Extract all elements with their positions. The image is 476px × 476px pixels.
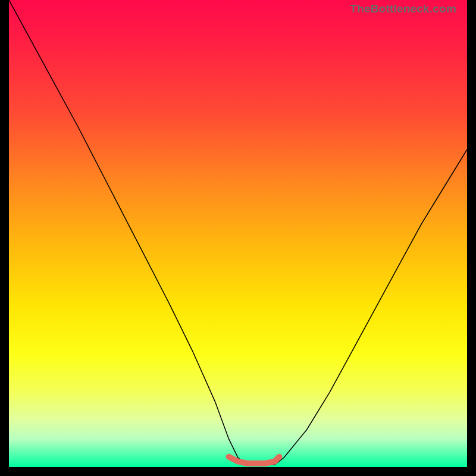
flat-region-highlight (229, 457, 280, 464)
chart-svg (9, 0, 467, 467)
bottleneck-curve (9, 0, 467, 465)
plot-area: TheBottleneck.com (9, 0, 467, 467)
chart-root: TheBottleneck.com (0, 0, 476, 476)
